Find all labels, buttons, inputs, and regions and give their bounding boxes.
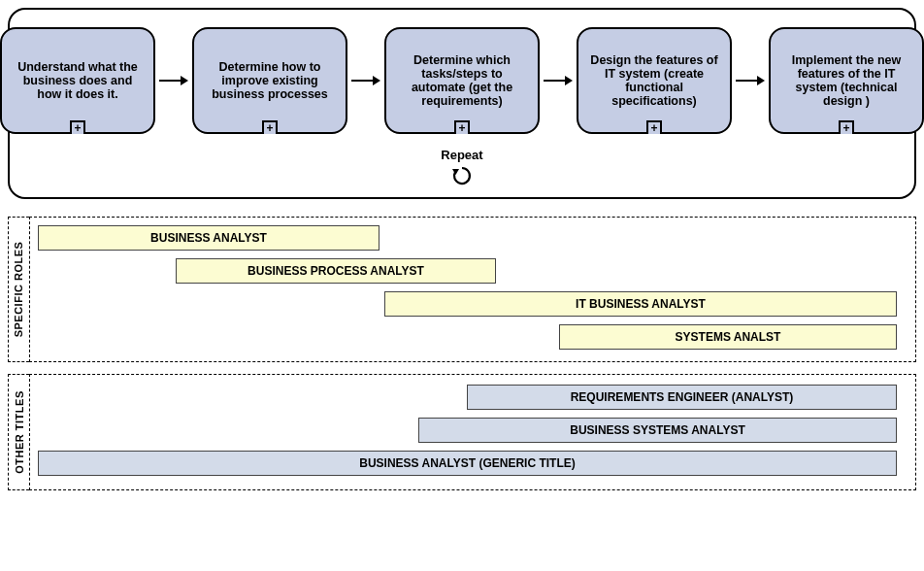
process-step-label: Implement the new features of the IT sys… <box>778 53 914 108</box>
arrow-icon <box>544 74 573 87</box>
repeat-block: Repeat <box>21 148 903 187</box>
arrow-icon <box>159 74 188 87</box>
process-flow-container: Understand what the business does and ho… <box>8 8 916 199</box>
lane-label: OTHER TITLES <box>8 374 29 490</box>
role-label: BUSINESS ANALYST <box>150 231 267 245</box>
role-label: REQUIREMENTS ENGINEER (ANALYST) <box>571 390 794 404</box>
lane-specific-roles: SPECIFIC ROLES BUSINESS ANALYST BUSINESS… <box>8 217 916 362</box>
svg-marker-5 <box>565 76 573 85</box>
repeat-icon <box>21 164 903 187</box>
process-step-3: Determine which tasks/steps to automate … <box>384 27 540 134</box>
expand-icon: + <box>646 120 662 134</box>
lane-label: SPECIFIC ROLES <box>8 217 29 362</box>
process-row: Understand what the business does and ho… <box>21 27 903 134</box>
role-label: BUSINESS PROCESS ANALYST <box>248 264 424 278</box>
lane-body: REQUIREMENTS ENGINEER (ANALYST) BUSINESS… <box>29 374 916 490</box>
process-step-label: Design the features of IT system (create… <box>586 53 722 108</box>
svg-marker-3 <box>373 76 380 85</box>
arrow-icon <box>736 74 765 87</box>
role-label: SYSTEMS ANALST <box>676 330 781 344</box>
process-step-2: Determine how to improve existing busine… <box>192 27 347 134</box>
expand-icon: + <box>839 120 854 134</box>
process-step-label: Understand what the business does and ho… <box>10 60 146 101</box>
lane-other-titles: OTHER TITLES REQUIREMENTS ENGINEER (ANAL… <box>8 374 916 490</box>
role-bar-business-analyst: BUSINESS ANALYST <box>38 225 380 251</box>
role-bar-requirements-engineer: REQUIREMENTS ENGINEER (ANALYST) <box>467 385 897 410</box>
svg-marker-7 <box>757 76 765 85</box>
arrow-icon <box>351 74 380 87</box>
lane-body: BUSINESS ANALYST BUSINESS PROCESS ANALYS… <box>29 217 916 362</box>
role-bar-systems-analyst: SYSTEMS ANALST <box>559 324 897 350</box>
role-label: BUSINESS SYSTEMS ANALYST <box>570 423 744 437</box>
process-step-1: Understand what the business does and ho… <box>0 27 155 134</box>
lane-title: OTHER TITLES <box>14 390 25 473</box>
process-step-4: Design the features of IT system (create… <box>577 27 732 134</box>
role-bar-business-analyst-generic: BUSINESS ANALYST (GENERIC TITLE) <box>38 451 897 476</box>
role-bar-business-systems-analyst: BUSINESS SYSTEMS ANALYST <box>418 418 897 443</box>
lane-title: SPECIFIC ROLES <box>14 242 25 338</box>
repeat-label: Repeat <box>21 148 903 162</box>
role-label: IT BUSINESS ANALYST <box>576 297 706 311</box>
process-step-5: Implement the new features of the IT sys… <box>769 27 924 134</box>
role-bar-it-business-analyst: IT BUSINESS ANALYST <box>384 291 897 317</box>
process-step-label: Determine how to improve existing busine… <box>202 60 338 101</box>
svg-marker-1 <box>181 76 188 85</box>
process-step-label: Determine which tasks/steps to automate … <box>394 53 530 108</box>
expand-icon: + <box>70 120 85 134</box>
expand-icon: + <box>262 120 278 134</box>
role-label: BUSINESS ANALYST (GENERIC TITLE) <box>359 456 575 470</box>
expand-icon: + <box>454 120 470 134</box>
role-bar-business-process-analyst: BUSINESS PROCESS ANALYST <box>176 258 496 284</box>
